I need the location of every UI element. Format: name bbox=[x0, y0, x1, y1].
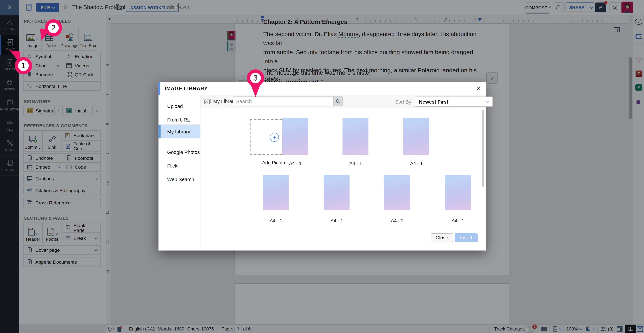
sort-value: Newest First bbox=[419, 99, 448, 104]
app-window: ✕ FILE ☆ The Shadow Protocol ASSIGN WORK… bbox=[0, 0, 644, 333]
dialog-scrollbar[interactable] bbox=[482, 110, 484, 246]
badge-number: 1 bbox=[15, 57, 32, 74]
sort-by-label: Sort By: bbox=[395, 99, 412, 105]
search-input[interactable] bbox=[233, 96, 333, 106]
add-plus-icon: + bbox=[270, 132, 279, 142]
badge-number: 2 bbox=[45, 19, 62, 36]
dialog-accent-bar bbox=[158, 82, 160, 95]
tab-web-search[interactable]: Web Search bbox=[158, 172, 200, 186]
library-image-label: A4 - 1 bbox=[312, 218, 362, 223]
library-image[interactable] bbox=[324, 175, 350, 210]
library-image-label: A4 - 1 bbox=[392, 161, 441, 166]
library-image[interactable] bbox=[445, 175, 470, 210]
search-icon bbox=[336, 99, 340, 104]
dialog-content: + Add Picture A4 - 1 A4 - 1 A4 - 1 A4 - … bbox=[200, 108, 486, 250]
dialog-close-button[interactable]: ✕ bbox=[476, 86, 481, 92]
tab-upload[interactable]: Upload bbox=[158, 99, 200, 113]
dialog-toolbar: My Library Sort By: Newest First bbox=[200, 95, 486, 108]
library-image[interactable] bbox=[403, 118, 429, 155]
badge-number: 3 bbox=[247, 69, 264, 86]
tab-google-photos[interactable]: Google Photos bbox=[158, 145, 200, 159]
dialog-title: IMAGE LIBRARY bbox=[165, 86, 208, 92]
library-image[interactable] bbox=[263, 175, 289, 210]
library-image[interactable] bbox=[384, 175, 410, 210]
chevron-down-icon bbox=[486, 100, 490, 103]
dialog-tab-list: Upload From URL My Library Google Photos… bbox=[158, 95, 200, 250]
tab-flickr[interactable]: Flickr bbox=[158, 159, 200, 172]
library-image-label: A4 - 1 bbox=[372, 218, 422, 223]
close-button[interactable]: Close bbox=[431, 233, 453, 242]
tab-my-library[interactable]: My Library bbox=[158, 125, 200, 138]
insert-button[interactable]: Insert bbox=[455, 233, 478, 242]
library-icon bbox=[204, 98, 211, 104]
library-image-label: A4 - 1 bbox=[331, 161, 380, 166]
library-image-label: A4 - 1 bbox=[433, 218, 483, 223]
sort-select[interactable]: Newest First bbox=[415, 96, 493, 107]
image-library-dialog: IMAGE LIBRARY ✕ Upload From URL My Libra… bbox=[158, 82, 486, 250]
search-button[interactable] bbox=[333, 96, 342, 106]
library-image[interactable] bbox=[342, 118, 368, 155]
library-image-label: A4 - 1 bbox=[271, 161, 320, 166]
dialog-header: IMAGE LIBRARY ✕ bbox=[158, 82, 486, 95]
library-image[interactable] bbox=[282, 118, 308, 155]
library-image-label: A4 - 1 bbox=[251, 218, 301, 223]
